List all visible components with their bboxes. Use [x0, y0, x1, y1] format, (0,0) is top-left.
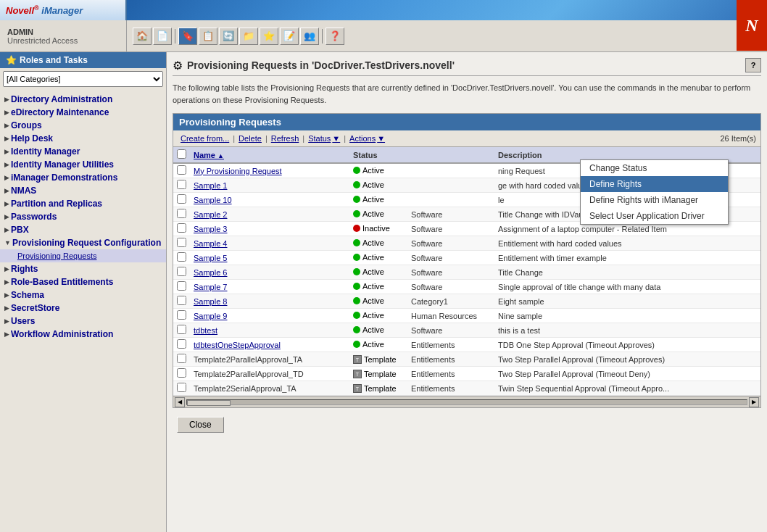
- page-title: Provisioning Requests in 'DocDriver.Test…: [187, 59, 455, 71]
- row-name-link[interactable]: tdbtest: [194, 326, 217, 335]
- row-name-text: Template2ParallelApproval_TA: [194, 355, 302, 364]
- row-checkbox[interactable]: [177, 339, 186, 349]
- row-name-link[interactable]: Sample 4: [194, 239, 227, 248]
- row-checkbox[interactable]: [177, 310, 186, 320]
- sidebar-item-nmas[interactable]: ▶ NMAS: [0, 184, 166, 197]
- dropdown-item-change-status[interactable]: Change Status: [581, 160, 728, 176]
- row-checkbox[interactable]: [177, 354, 186, 363]
- page-header: ⚙ Provisioning Requests in 'DocDriver.Te…: [173, 58, 761, 76]
- table-panel: Provisioning Requests Create from... | D…: [173, 113, 761, 408]
- row-checkbox[interactable]: [177, 383, 186, 392]
- toolbar-users-btn[interactable]: 👥: [300, 28, 319, 45]
- novell-n-logo: N: [737, 0, 767, 51]
- sidebar-item-passwords[interactable]: ▶ Passwords: [0, 210, 166, 223]
- access-label: Unrestricted Access: [7, 36, 119, 45]
- table-row: tdbtestOneStepApproval Active Entitlemen…: [173, 338, 760, 352]
- toolbar-folder-btn[interactable]: 📁: [239, 28, 258, 45]
- row-name-link[interactable]: Sample 2: [194, 210, 227, 219]
- delete-button[interactable]: Delete: [236, 133, 265, 144]
- sidebar-item-identity-manager[interactable]: ▶ Identity Manager: [0, 145, 166, 158]
- row-checkbox[interactable]: [177, 325, 186, 334]
- sidebar-item-rights[interactable]: ▶ Rights: [0, 262, 166, 275]
- category-select[interactable]: [All Categories]: [3, 71, 163, 87]
- row-checkbox[interactable]: [177, 281, 186, 291]
- row-checkbox[interactable]: [177, 165, 186, 175]
- sidebar-item-directory-admin[interactable]: ▶ Directory Administration: [0, 93, 166, 106]
- dropdown-item-define-rights[interactable]: Define Rights: [581, 176, 728, 192]
- sidebar-item-help-desk[interactable]: ▶ Help Desk: [0, 132, 166, 145]
- row-name-link[interactable]: Sample 9: [194, 312, 227, 320]
- row-checkbox[interactable]: [177, 194, 186, 204]
- help-button[interactable]: ?: [745, 58, 761, 72]
- row-checkbox[interactable]: [177, 296, 186, 305]
- scroll-track: [186, 399, 747, 405]
- row-name-link[interactable]: Sample 3: [194, 225, 227, 233]
- sidebar-item-secretstore[interactable]: ▶ SecretStore: [0, 302, 166, 315]
- col-status: Status: [349, 147, 407, 163]
- select-all-checkbox[interactable]: [177, 149, 186, 159]
- row-name-link[interactable]: Sample 7: [194, 283, 227, 291]
- toolbar-copy-btn[interactable]: 📋: [199, 28, 217, 45]
- table-row: Template2ParallelApproval_TD TTemplate E…: [173, 367, 760, 381]
- row-checkbox[interactable]: [177, 252, 186, 262]
- toolbar-refresh-btn[interactable]: 🔄: [219, 28, 238, 45]
- sidebar-item-role-based-entitlements[interactable]: ▶ Role-Based Entitlements: [0, 275, 166, 288]
- close-bar: Close: [173, 411, 761, 439]
- novell-logo: Novell® iManager: [6, 4, 83, 16]
- actions-dropdown-btn[interactable]: Actions▼: [347, 133, 388, 144]
- toolbar-help-btn[interactable]: ❓: [326, 28, 344, 45]
- scroll-left-btn[interactable]: ◀: [175, 397, 185, 407]
- dropdown-item-select-user-app[interactable]: Select User Application Driver: [581, 208, 728, 224]
- sidebar-item-schema[interactable]: ▶ Schema: [0, 288, 166, 302]
- sidebar-item-provisioning-requests[interactable]: Provisioning Requests: [0, 249, 166, 262]
- row-checkbox[interactable]: [177, 267, 186, 276]
- row-name-text: Template2SerialApproval_TA: [194, 384, 297, 393]
- toolbar-star-btn[interactable]: ⭐: [260, 28, 278, 45]
- table-row: Sample 8 Active Category1 Eight sample: [173, 294, 760, 309]
- sidebar-item-imanager-demonstrations[interactable]: ▶ iManager Demonstrations: [0, 171, 166, 184]
- toolbar-bookmark-btn[interactable]: 🔖: [178, 28, 197, 45]
- scroll-right-btn[interactable]: ▶: [749, 397, 759, 407]
- sidebar-item-groups[interactable]: ▶ Groups: [0, 119, 166, 132]
- table-toolbar: Create from... | Delete | Refresh | Stat…: [173, 130, 760, 147]
- row-name-text: Template2ParallelApproval_TD: [194, 370, 304, 378]
- row-checkbox[interactable]: [177, 238, 186, 247]
- dropdown-item-define-rights-imanager[interactable]: Define Rights with iManager: [581, 192, 728, 208]
- row-name-link[interactable]: Sample 8: [194, 297, 227, 306]
- horizontal-scrollbar[interactable]: ◀ ▶: [173, 396, 760, 407]
- row-name-link[interactable]: Sample 5: [194, 254, 227, 262]
- toolbar-nav-btn[interactable]: 📄: [153, 28, 172, 45]
- status-dropdown-btn[interactable]: Status▼: [305, 133, 343, 144]
- sidebar-item-identity-manager-utilities[interactable]: ▶ Identity Manager Utilities: [0, 158, 166, 171]
- row-name-link[interactable]: tdbtestOneStepApproval: [194, 341, 281, 349]
- sidebar-item-pbx[interactable]: ▶ PBX: [0, 223, 166, 236]
- refresh-button[interactable]: Refresh: [268, 133, 302, 144]
- row-name-link[interactable]: Sample 10: [194, 196, 232, 204]
- sidebar-item-workflow-admin[interactable]: ▶ Workflow Administration: [0, 328, 166, 341]
- table-row: Sample 5 Active Software Entitlement wit…: [173, 251, 760, 265]
- row-name-link[interactable]: My Provisioning Request: [194, 167, 282, 175]
- table-row: Template2SerialApproval_TA TTemplate Ent…: [173, 381, 760, 396]
- table-row: tdbtest Active Software this is a test: [173, 323, 760, 338]
- page-icon: ⚙: [173, 59, 183, 72]
- sidebar-item-edirectory[interactable]: ▶ eDirectory Maintenance: [0, 106, 166, 119]
- create-from-button[interactable]: Create from...: [178, 133, 232, 144]
- row-checkbox[interactable]: [177, 209, 186, 218]
- table-row: Sample 7 Active Software Single approval…: [173, 280, 760, 294]
- sidebar-item-prov-req-config[interactable]: ▼ Provisioning Request Configuration: [0, 236, 166, 249]
- row-checkbox[interactable]: [177, 368, 186, 378]
- row-checkbox[interactable]: [177, 180, 186, 189]
- sidebar-item-users[interactable]: ▶ Users: [0, 315, 166, 328]
- sidebar-item-partition-replicas[interactable]: ▶ Partition and Replicas: [0, 197, 166, 210]
- toolbar-home-btn[interactable]: 🏠: [133, 28, 152, 45]
- close-button[interactable]: Close: [177, 417, 224, 433]
- col-name[interactable]: Name ▲: [189, 147, 349, 163]
- scroll-thumb[interactable]: [187, 400, 231, 406]
- row-name-link[interactable]: Sample 6: [194, 268, 227, 277]
- row-name-link[interactable]: Sample 1: [194, 181, 227, 190]
- col-checkbox: [173, 147, 189, 163]
- toolbar-icons: 🏠 📄 🔖 📋 🔄 📁 ⭐ 📝 👥 ❓: [127, 20, 350, 51]
- table-row: Sample 6 Active Software Title Change: [173, 265, 760, 280]
- row-checkbox[interactable]: [177, 223, 186, 233]
- toolbar-list-btn[interactable]: 📝: [280, 28, 299, 45]
